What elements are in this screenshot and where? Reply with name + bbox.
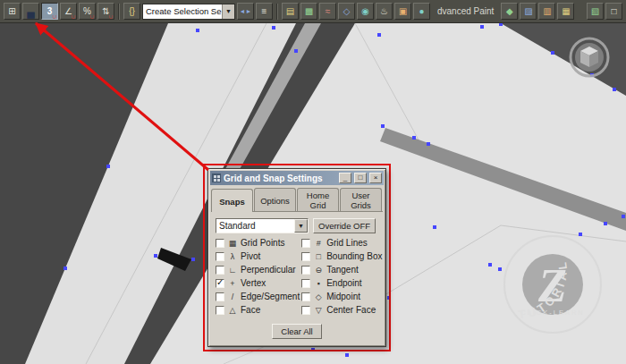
edit-named-selection-sets-button[interactable]: {} bbox=[123, 3, 140, 20]
grid-lines-icon: # bbox=[313, 239, 324, 248]
magnet-icon: ∩ bbox=[52, 13, 57, 21]
snap-toggle-3d-button[interactable]: 3 ∩ bbox=[41, 3, 58, 20]
tangent-checkbox[interactable] bbox=[301, 266, 310, 275]
snap-item-grid-points: ▦ Grid Points bbox=[216, 238, 300, 248]
snap-item-perpendicular: ∟ Perpendicular bbox=[216, 265, 300, 275]
bounding-box-icon: □ bbox=[313, 252, 324, 261]
material-editor-button[interactable]: ◉ bbox=[357, 3, 374, 20]
snap-item-bounding-box: □ Bounding Box bbox=[301, 251, 382, 261]
graphite-modeling-button[interactable]: ▩ bbox=[300, 3, 317, 20]
face-icon: △ bbox=[227, 306, 238, 315]
midpoint-checkbox[interactable] bbox=[301, 292, 310, 301]
override-off-button[interactable]: Override OFF bbox=[313, 218, 376, 233]
advanced-paint-label: dvanced Paint bbox=[437, 6, 494, 16]
watermark-sub-text: CLICK-LEARN bbox=[520, 309, 585, 317]
angle-snap-button[interactable]: ∠ ∩ bbox=[60, 3, 77, 20]
snap-item-grid-lines: # Grid Lines bbox=[301, 238, 382, 248]
percent-snap-button[interactable]: % ∩ bbox=[79, 3, 96, 20]
watermark-letter: Z bbox=[537, 260, 567, 311]
magnet-icon: ∩ bbox=[108, 13, 114, 21]
container-open-button[interactable]: ▧ bbox=[587, 3, 604, 20]
magnet-icon: ∩ bbox=[89, 13, 95, 21]
view-orientation-indicator[interactable] bbox=[571, 38, 608, 76]
dialog-tabs: Snaps Options Home Grid User Grids bbox=[211, 188, 383, 212]
endpoint-icon: ▪ bbox=[313, 279, 324, 288]
midpoint-icon: ◇ bbox=[313, 292, 324, 301]
vertex-checkbox[interactable]: ✓ bbox=[216, 279, 224, 288]
magnet-icon: ∩ bbox=[71, 13, 76, 21]
edge-segment-icon: / bbox=[227, 292, 238, 301]
face-checkbox[interactable] bbox=[216, 306, 224, 315]
close-button[interactable]: × bbox=[369, 173, 382, 183]
snap-item-midpoint: ◇ Midpoint bbox=[301, 292, 382, 301]
pivot-checkbox[interactable] bbox=[216, 252, 224, 261]
render-setup-button[interactable]: ♨ bbox=[376, 3, 393, 20]
snap-item-center-face: ▽ Center Face bbox=[301, 305, 382, 315]
keyboard-override-button[interactable]: ▄ bbox=[22, 3, 39, 20]
named-selection-dropdown[interactable]: Create Selection Se ▼ bbox=[142, 4, 235, 20]
align-button[interactable]: ≡ bbox=[256, 3, 273, 20]
dialog-title: Grid and Snap Settings bbox=[224, 174, 336, 183]
preset-row: Standard ▼ Override OFF bbox=[216, 218, 378, 233]
grid-snap-settings-dialog: Grid and Snap Settings _ □ × Snaps Optio… bbox=[207, 168, 386, 347]
object-paint-button[interactable]: ◆ bbox=[501, 3, 518, 20]
tab-options[interactable]: Options bbox=[254, 188, 296, 211]
snap-item-vertex: ✓ + Vertex bbox=[216, 278, 300, 288]
maximize-button[interactable]: □ bbox=[354, 173, 367, 183]
container-new-button[interactable]: ▦ bbox=[557, 3, 574, 20]
container-inherit-button[interactable]: □ bbox=[605, 3, 622, 20]
tab-user-grids[interactable]: User Grids bbox=[340, 188, 382, 211]
snap-options-grid: ▦ Grid Points # Grid Lines λ Pivot □ Bou… bbox=[216, 238, 378, 315]
paint-brush-button[interactable]: ▥ bbox=[538, 3, 555, 20]
select-and-manipulate-button[interactable]: ⊞ bbox=[4, 3, 21, 20]
snap-item-edge-segment: / Edge/Segment bbox=[216, 292, 300, 301]
snap-preset-dropdown[interactable]: Standard ▼ bbox=[216, 218, 309, 233]
snap-item-endpoint: ▪ Endpoint bbox=[301, 278, 382, 288]
edge-segment-checkbox[interactable] bbox=[216, 292, 224, 301]
snap-item-tangent: ⊖ Tangent bbox=[301, 265, 382, 275]
curve-editor-button[interactable]: ≈ bbox=[319, 3, 336, 20]
chevron-down-icon[interactable]: ▼ bbox=[294, 219, 308, 233]
tab-home-grid[interactable]: Home Grid bbox=[297, 188, 339, 211]
main-toolbar: ⊞ ▄ 3 ∩ ∠ ∩ % ∩ ⇅ ∩ {} Create Selection … bbox=[0, 0, 626, 23]
tab-snaps[interactable]: Snaps bbox=[211, 189, 253, 212]
snap-item-face: △ Face bbox=[216, 305, 300, 315]
chevron-down-icon[interactable]: ▼ bbox=[222, 4, 234, 19]
grid-points-icon: ▦ bbox=[227, 239, 238, 248]
perpendicular-icon: ∟ bbox=[227, 266, 238, 275]
minimize-button[interactable]: _ bbox=[339, 173, 351, 183]
bounding-box-checkbox[interactable] bbox=[301, 252, 310, 261]
grid-lines-checkbox[interactable] bbox=[301, 239, 310, 248]
spinner-snap-button[interactable]: ⇅ ∩ bbox=[97, 3, 114, 20]
dialog-titlebar[interactable]: Grid and Snap Settings _ □ × bbox=[210, 171, 384, 185]
paint-fill-button[interactable]: ▨ bbox=[520, 3, 537, 20]
center-face-checkbox[interactable] bbox=[301, 306, 310, 315]
grid-points-checkbox[interactable] bbox=[216, 239, 224, 248]
tangent-icon: ⊖ bbox=[313, 266, 324, 275]
layer-manager-button[interactable]: ▤ bbox=[282, 3, 299, 20]
dialog-icon bbox=[212, 174, 221, 182]
perpendicular-checkbox[interactable] bbox=[216, 266, 224, 275]
vertex-icon: + bbox=[227, 279, 238, 288]
application-window: TUTORIAL Z CLICK-LEARN ⊞ ▄ 3 ∩ ∠ ∩ % ∩ ⇅… bbox=[0, 0, 626, 364]
center-face-icon: ▽ bbox=[313, 306, 324, 315]
toolbar-separator bbox=[276, 4, 278, 20]
rendered-frame-button[interactable]: ▣ bbox=[394, 3, 411, 20]
endpoint-checkbox[interactable] bbox=[301, 279, 310, 288]
clear-row: Clear All bbox=[208, 324, 385, 339]
clear-all-button[interactable]: Clear All bbox=[272, 324, 322, 339]
pivot-icon: λ bbox=[227, 252, 238, 261]
mirror-button[interactable]: ◄► bbox=[237, 3, 254, 20]
render-production-button[interactable]: ● bbox=[413, 3, 430, 20]
schematic-view-button[interactable]: ◇ bbox=[338, 3, 355, 20]
snap-item-pivot: λ Pivot bbox=[216, 251, 300, 261]
toolbar-separator bbox=[118, 4, 120, 20]
